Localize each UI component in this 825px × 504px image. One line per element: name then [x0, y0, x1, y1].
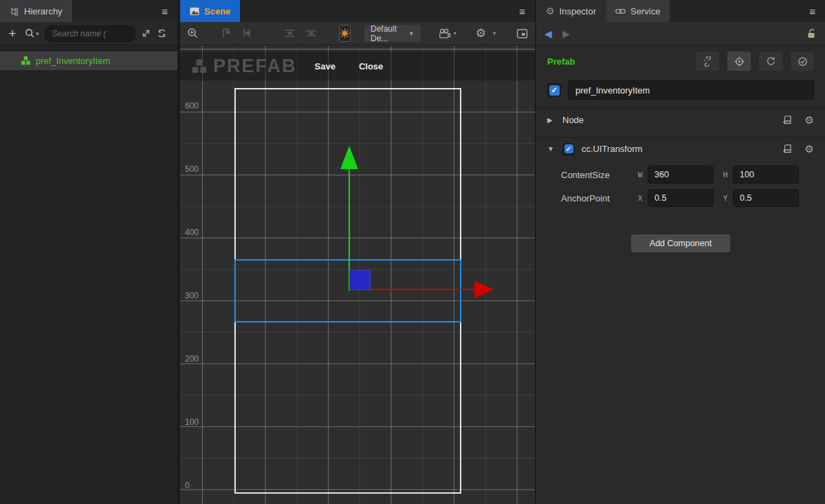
prefab-save-button[interactable]: Save — [315, 61, 336, 72]
node-name-row: ✓ — [536, 76, 825, 108]
apply-prefab-button[interactable] — [791, 52, 814, 71]
scene-light-toggle[interactable] — [339, 25, 351, 42]
content-size-label: ContentSize — [561, 170, 635, 180]
scene-panel: Scene ≡ — [180, 0, 535, 504]
tab-inspector-label: Inspector — [560, 6, 596, 17]
gear-icon: ⚙ — [476, 26, 486, 41]
inspector-gear-icon: ⚙ — [546, 6, 555, 17]
revert-prefab-button[interactable] — [759, 52, 782, 71]
scene-viewport[interactable]: PREFAB Save Close 6005004003002001000 — [180, 46, 535, 504]
unlink-prefab-button[interactable] — [696, 52, 719, 71]
locate-asset-button[interactable] — [727, 52, 751, 71]
prefab-action-buttons — [696, 52, 814, 71]
anchor-point-label: AnchorPoint — [561, 193, 635, 204]
uitransform-collapse-arrow-icon[interactable]: ▼ — [547, 145, 556, 153]
prefab-asset-label: Prefab — [547, 56, 575, 67]
content-size-row: ContentSize W H — [536, 163, 825, 186]
zoom-icon[interactable] — [187, 28, 199, 39]
distribute-horizontal-icon[interactable] — [305, 28, 317, 39]
check-icon: ✓ — [564, 144, 573, 153]
gizmo-x-arrowhead-icon[interactable] — [474, 281, 494, 298]
search-input[interactable] — [45, 25, 135, 42]
inspector-tabbar: ⚙ Inspector Service ≡ — [536, 0, 825, 22]
hierarchy-item-label: pref_InventoryItem — [36, 56, 110, 66]
tab-service[interactable]: Service — [606, 0, 670, 22]
camera-settings-button[interactable] — [439, 28, 451, 39]
distribute-vertical-icon[interactable] — [284, 28, 296, 39]
hierarchy-menu-icon[interactable]: ≡ — [152, 6, 177, 17]
add-component-button[interactable]: Add Component — [631, 234, 730, 252]
hierarchy-item-pref-inventoryitem[interactable]: pref_InventoryItem — [0, 52, 177, 70]
node-help-book-icon[interactable] — [782, 114, 793, 127]
prefab-edit-bar: PREFAB Save Close — [180, 52, 535, 81]
node-active-checkbox[interactable]: ✓ — [547, 83, 561, 97]
align-left-icon[interactable] — [221, 28, 232, 39]
search-filter-button[interactable]: ▾ — [25, 28, 39, 39]
node-collapse-arrow-icon[interactable]: ▶ — [547, 116, 556, 124]
create-node-button[interactable]: + — [6, 26, 19, 41]
anchor-point-x-input[interactable] — [648, 189, 714, 207]
inspector-body: Prefab — [536, 46, 825, 504]
prefab-watermark-cubes-icon — [191, 58, 208, 75]
uitransform-settings-gear-icon[interactable]: ⚙ — [805, 143, 814, 155]
prefab-close-button[interactable]: Close — [359, 61, 383, 72]
uitransform-help-book-icon[interactable] — [782, 143, 793, 155]
display-mode-value: Default De... — [371, 24, 404, 43]
camera-settings-caret-icon: ▾ — [454, 30, 456, 36]
anchor-point-x-label: X — [635, 194, 645, 203]
anchor-point-y-label: Y — [720, 194, 730, 203]
ruler-label: 500 — [185, 164, 199, 174]
align-center-icon[interactable] — [241, 28, 252, 39]
content-size-w-label: W — [635, 171, 645, 179]
expand-all-button[interactable] — [141, 28, 151, 39]
anchor-point-y-input[interactable] — [733, 189, 799, 207]
gizmo-y-arrowhead-icon[interactable] — [340, 146, 358, 169]
refresh-button[interactable] — [157, 28, 167, 39]
lock-icon[interactable] — [806, 28, 817, 39]
service-link-icon — [615, 8, 626, 15]
split-view-button[interactable] — [516, 28, 528, 39]
tab-scene-label: Scene — [204, 6, 230, 17]
node-settings-gear-icon[interactable]: ⚙ — [805, 114, 814, 127]
cocos-editor-window: Hierarchy ≡ + ▾ — [0, 0, 825, 504]
uitransform-enabled-checkbox[interactable]: ✓ — [562, 143, 575, 155]
display-mode-dropdown[interactable]: Default De... ▼ — [364, 25, 421, 42]
hierarchy-toolbar: + ▾ — [0, 22, 177, 45]
prefab-watermark: PREFAB — [191, 56, 297, 77]
hierarchy-tree: pref_InventoryItem — [0, 46, 177, 504]
node-section-header[interactable]: ▶ Node ⚙ — [536, 108, 825, 131]
ruler-label: 600 — [185, 101, 199, 111]
check-icon: ✓ — [549, 85, 560, 96]
ruler-label: 100 — [185, 417, 199, 427]
node-section-title: Node — [562, 115, 584, 125]
gizmo-xy-plane-handle[interactable] — [349, 270, 371, 290]
uitransform-section-header[interactable]: ▼ ✓ cc.UITransform ⚙ — [536, 137, 825, 160]
content-size-h-label: H — [720, 171, 730, 179]
ruler-label: 200 — [185, 354, 199, 364]
selected-node-bounds — [234, 259, 461, 322]
scene-menu-icon[interactable]: ≡ — [509, 6, 535, 17]
anchor-point-row: AnchorPoint X Y — [536, 186, 825, 210]
scene-toolbar: Default De... ▼ ▾ ⚙ ▾ — [180, 22, 535, 45]
tab-inspector[interactable]: ⚙ Inspector — [536, 0, 606, 22]
nav-back-button[interactable]: ◀ — [544, 28, 562, 39]
scene-tab-icon — [190, 7, 199, 16]
uitransform-section-title: cc.UITransform — [582, 144, 642, 154]
add-component-wrap: Add Component — [536, 234, 825, 252]
inspector-nav-row: ◀ ▶ — [536, 22, 825, 45]
tab-scene[interactable]: Scene — [180, 0, 240, 22]
content-size-h-input[interactable] — [733, 166, 799, 184]
ruler-label: 300 — [185, 291, 199, 300]
tab-hierarchy[interactable]: Hierarchy — [0, 0, 72, 22]
prefab-asset-row: Prefab — [536, 46, 825, 76]
inspector-panel: ⚙ Inspector Service ≡ ◀ ▶ — [536, 0, 825, 504]
prefab-watermark-label: PREFAB — [213, 56, 297, 77]
scene-gear-button[interactable]: ⚙ — [476, 26, 486, 41]
display-mode-caret-icon: ▼ — [408, 30, 415, 37]
content-size-w-input[interactable] — [648, 166, 714, 184]
scene-gear-caret-icon: ▾ — [493, 30, 496, 36]
search-icon — [25, 28, 35, 39]
node-name-input[interactable] — [568, 80, 814, 100]
nav-forward-button[interactable]: ▶ — [562, 28, 580, 39]
inspector-menu-icon[interactable]: ≡ — [800, 6, 825, 17]
